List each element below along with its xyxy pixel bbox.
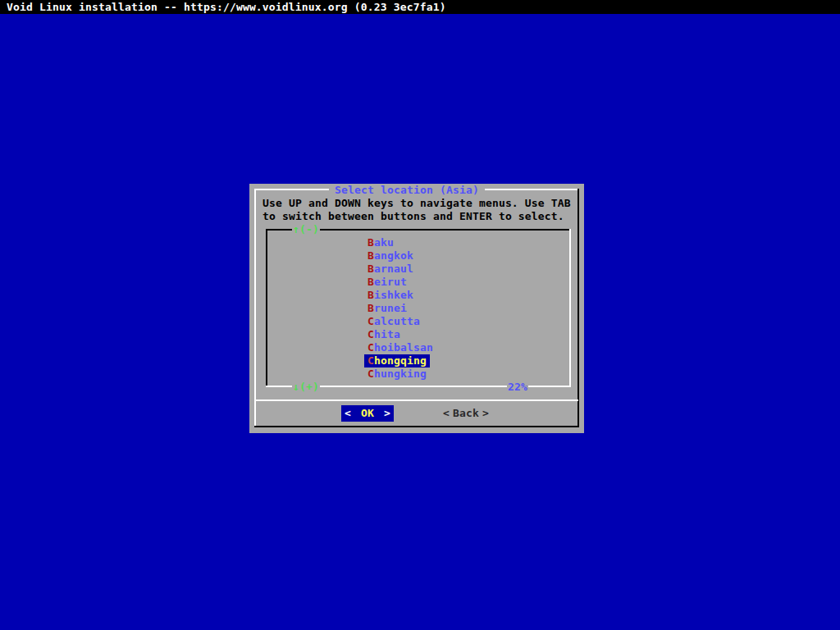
list-item[interactable]: Choibalsan bbox=[364, 341, 436, 354]
list-item-label: angkok bbox=[374, 249, 413, 262]
back-button[interactable]: < Back > bbox=[440, 405, 492, 422]
list-item-label: alcutta bbox=[374, 315, 420, 327]
ok-button-bracket-left: < bbox=[345, 405, 351, 422]
list-item-tag: B bbox=[368, 289, 374, 301]
dialog-border-bottom bbox=[254, 426, 579, 427]
list-item-label: aku bbox=[374, 236, 394, 249]
back-button-label: Back bbox=[453, 405, 479, 422]
ok-button-bracket-right: > bbox=[384, 405, 390, 422]
dialog-instructions-line1: Use UP and DOWN keys to navigate menus. … bbox=[262, 197, 571, 210]
ok-button[interactable]: < OK > bbox=[341, 405, 394, 422]
list-item[interactable]: Chongqing bbox=[364, 354, 430, 368]
dialog-instructions-line2: to switch between buttons and ENTER to s… bbox=[262, 210, 564, 223]
scroll-percentage: 22% bbox=[507, 381, 528, 394]
listbox-border-right bbox=[569, 229, 571, 387]
list-item[interactable]: Chungking bbox=[364, 368, 430, 381]
dialog-border-right bbox=[578, 189, 579, 427]
back-button-bracket-left: < bbox=[443, 405, 450, 422]
list-item-tag: B bbox=[368, 236, 374, 249]
list-item[interactable]: Calcutta bbox=[364, 315, 423, 328]
dialog-border-left bbox=[254, 189, 256, 427]
list-item-tag: C bbox=[368, 328, 374, 340]
list-item-tag: B bbox=[368, 276, 374, 288]
scroll-down-indicator[interactable]: ↓(+) bbox=[292, 381, 320, 394]
button-separator bbox=[256, 399, 578, 401]
list-item-label: arnaul bbox=[374, 262, 413, 275]
list-item-label: runei bbox=[374, 302, 407, 314]
dialog-title: Select location (Asia) bbox=[329, 184, 485, 197]
list-item-label: hoibalsan bbox=[374, 341, 433, 354]
list-item-label: hungking bbox=[374, 368, 427, 380]
list-item-tag: B bbox=[368, 302, 374, 314]
list-item-label: eirut bbox=[374, 276, 407, 288]
list-item-tag: C bbox=[368, 354, 374, 367]
list-item-label: ishkek bbox=[374, 289, 413, 301]
list-item[interactable]: Barnaul bbox=[364, 262, 417, 276]
topbar-title: Void Linux installation -- https://www.v… bbox=[7, 0, 446, 14]
list-item-tag: C bbox=[368, 368, 374, 380]
select-location-dialog: Select location (Asia) Use UP and DOWN k… bbox=[249, 184, 584, 433]
listbox-border-left bbox=[266, 229, 267, 387]
list-item-tag: C bbox=[368, 341, 374, 354]
scroll-up-indicator[interactable]: ↑(-) bbox=[292, 223, 320, 236]
list-item[interactable]: Beirut bbox=[364, 276, 410, 289]
list-item[interactable]: Chita bbox=[364, 328, 404, 341]
ok-button-label: OK bbox=[361, 405, 374, 422]
list-item[interactable]: Bishkek bbox=[364, 289, 417, 302]
list-item-label: hita bbox=[374, 328, 400, 340]
list-item[interactable]: Baku bbox=[364, 236, 397, 249]
desktop: Void Linux installation -- https://www.v… bbox=[0, 0, 840, 630]
list-item-tag: B bbox=[368, 262, 374, 275]
topbar: Void Linux installation -- https://www.v… bbox=[0, 0, 840, 14]
list-item[interactable]: Bangkok bbox=[364, 249, 417, 262]
list-item-tag: C bbox=[368, 315, 374, 327]
list-item-tag: B bbox=[368, 249, 374, 262]
location-list: BakuBangkokBarnaulBeirutBishkekBruneiCal… bbox=[364, 236, 436, 381]
list-item[interactable]: Brunei bbox=[364, 302, 410, 315]
back-button-bracket-right: > bbox=[482, 405, 489, 422]
list-item-label: hongqing bbox=[374, 354, 427, 367]
